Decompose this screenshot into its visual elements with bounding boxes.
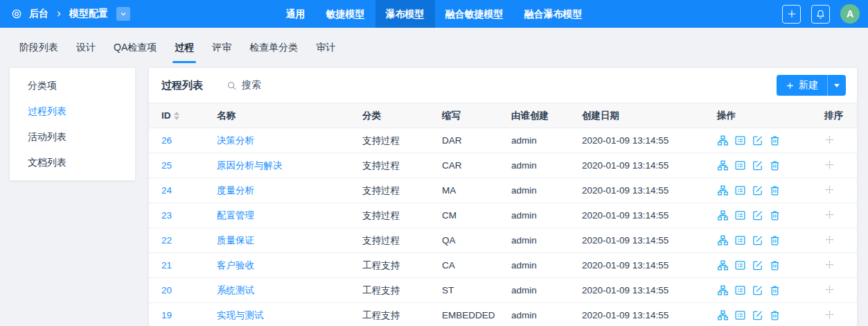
edit-icon[interactable] [752,234,763,246]
row-id-link[interactable]: 19 [161,310,172,320]
column-header-sort: 排序 [817,103,857,128]
breadcrumb-dropdown-button[interactable] [116,7,130,21]
form-icon[interactable] [734,185,746,196]
form-icon[interactable] [734,160,746,171]
row-id-link[interactable]: 22 [161,235,172,246]
delete-icon[interactable] [769,209,781,221]
sitemap-icon[interactable] [717,284,729,296]
nav-item-hybrid-waterfall-model[interactable]: 融合瀑布模型 [514,0,593,28]
table-row: 26 决策分析 支持过程 DAR admin 2020-01-09 13:14:… [149,128,857,153]
row-id-link[interactable]: 20 [161,285,172,295]
sitemap-icon[interactable] [717,209,729,221]
table-row: 24 度量分析 支持过程 MA admin 2020-01-09 13:14:5… [149,178,857,203]
sidebar-item-document-list[interactable]: 文档列表 [10,150,135,175]
move-icon[interactable] [824,284,835,295]
form-icon[interactable] [734,209,746,221]
form-icon[interactable] [734,135,746,146]
tab-qa-checks[interactable]: QA检查项 [112,28,158,67]
row-id-link[interactable]: 23 [161,210,172,221]
sitemap-icon[interactable] [717,234,729,246]
tab-review[interactable]: 评审 [211,28,233,67]
sitemap-icon[interactable] [717,185,729,196]
sidebar-item-process-list[interactable]: 过程列表 [10,98,135,124]
sitemap-icon[interactable] [717,259,729,271]
edit-icon[interactable] [752,209,763,221]
move-icon[interactable] [824,259,835,270]
move-icon[interactable] [824,135,835,145]
row-name-link[interactable]: 原因分析与解决 [217,160,283,171]
new-button[interactable]: 新建 [777,75,827,96]
row-name-link[interactable]: 配置管理 [217,210,254,221]
edit-icon[interactable] [752,309,763,321]
sitemap-icon[interactable] [717,309,729,321]
delete-icon[interactable] [769,160,781,171]
search-placeholder: 搜索 [242,79,261,92]
column-header-category: 分类 [362,103,442,128]
form-icon[interactable] [734,234,746,246]
row-category: 支持过程 [362,228,442,253]
form-icon[interactable] [734,309,746,321]
form-icon[interactable] [734,284,746,296]
delete-icon[interactable] [769,234,781,246]
row-id-link[interactable]: 21 [161,260,172,271]
row-name-link[interactable]: 质量保证 [217,235,254,246]
move-icon[interactable] [824,185,835,195]
row-id-link[interactable]: 26 [161,135,172,146]
breadcrumb-home[interactable]: 后台 [29,8,48,20]
caret-down-icon [834,84,840,87]
row-actions [717,259,815,271]
delete-icon[interactable] [769,135,781,146]
tab-stage-list[interactable]: 阶段列表 [18,28,60,67]
table-header: ID 名称 分类 缩写 由谁创建 创建日期 操作 排序 [149,103,857,128]
move-icon[interactable] [824,209,835,220]
delete-icon[interactable] [769,284,781,296]
delete-icon[interactable] [769,259,781,271]
sidebar-item-activity-list[interactable]: 活动列表 [10,124,135,150]
move-icon[interactable] [824,160,835,170]
row-name-link[interactable]: 实现与测试 [217,310,264,320]
edit-icon[interactable] [752,160,763,171]
search-input[interactable]: 搜索 [227,79,261,92]
row-category: 工程支持 [362,303,442,326]
sitemap-icon[interactable] [717,135,729,146]
sort-icon[interactable] [174,112,179,120]
sitemap-icon[interactable] [717,160,729,171]
tab-process[interactable]: 过程 [173,28,195,67]
sidebar-item-category[interactable]: 分类项 [10,73,135,98]
nav-item-general[interactable]: 通用 [276,0,316,28]
add-button[interactable] [782,5,801,24]
nav-item-hybrid-agile-model[interactable]: 融合敏捷模型 [435,0,514,28]
edit-icon[interactable] [752,259,763,271]
row-id-link[interactable]: 25 [161,160,172,171]
main-nav: 通用 敏捷模型 瀑布模型 融合敏捷模型 融合瀑布模型 [276,0,593,28]
delete-icon[interactable] [769,185,781,196]
nav-item-waterfall-model[interactable]: 瀑布模型 [375,0,435,28]
top-navbar: 后台 模型配置 通用 敏捷模型 瀑布模型 融合敏捷模型 融合瀑布模型 [0,0,868,28]
notifications-button[interactable] [811,5,830,24]
tab-checklist-category[interactable]: 检查单分类 [248,28,299,67]
row-name-link[interactable]: 系统测试 [217,285,254,295]
breadcrumb-current[interactable]: 模型配置 [69,8,108,20]
app-window: 后台 模型配置 通用 敏捷模型 瀑布模型 融合敏捷模型 融合瀑布模型 [0,0,868,326]
tab-audit[interactable]: 审计 [315,28,337,67]
column-header-id-label: ID [161,110,171,121]
column-header-id[interactable]: ID [149,103,217,128]
column-header-actions: 操作 [717,103,817,128]
user-avatar[interactable]: A [840,4,860,24]
new-dropdown-button[interactable] [828,75,846,96]
edit-icon[interactable] [752,284,763,296]
delete-icon[interactable] [769,309,781,321]
nav-item-agile-model[interactable]: 敏捷模型 [316,0,375,28]
row-category: 支持过程 [362,178,442,203]
form-icon[interactable] [734,259,746,271]
edit-icon[interactable] [752,185,763,196]
row-id-link[interactable]: 24 [161,185,172,196]
tab-design[interactable]: 设计 [75,28,97,67]
row-name-link[interactable]: 决策分析 [217,135,254,146]
row-name-link[interactable]: 客户验收 [217,260,254,271]
move-icon[interactable] [824,234,835,245]
row-actions [717,185,815,196]
move-icon[interactable] [824,309,835,320]
edit-icon[interactable] [752,135,763,146]
row-name-link[interactable]: 度量分析 [217,185,254,196]
